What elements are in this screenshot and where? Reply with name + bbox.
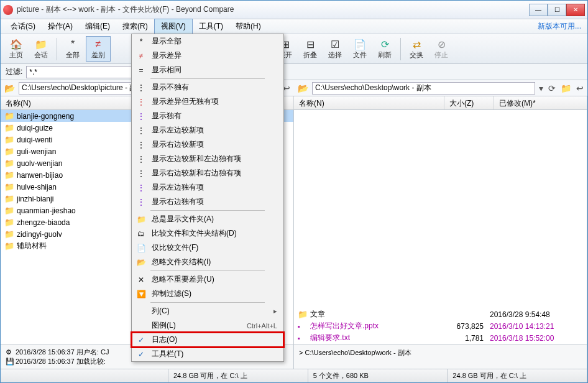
list-item[interactable]: 📁文章2016/3/28 9:54:48 — [294, 308, 587, 320]
file-name: 编辑要求.txt — [310, 333, 446, 343]
menu-item-label: 显示右边较新项 — [152, 139, 204, 150]
diff-icon: ≠ — [92, 38, 104, 50]
menu-item[interactable]: ⋮显示左边独有项 — [132, 180, 283, 195]
menu-item-icon: ✓ — [136, 350, 147, 359]
menu-item-icon: ≠ — [136, 52, 147, 60]
menu-edit[interactable]: 编辑(E) — [79, 19, 116, 34]
select-icon: ☑ — [329, 38, 341, 50]
folder-browse-icon[interactable]: 📂 — [296, 83, 310, 93]
menu-actions[interactable]: 操作(A) — [42, 19, 79, 34]
menu-item-icon: ⋮ — [136, 169, 147, 178]
folder-icon: 📁 — [4, 206, 13, 215]
menu-item[interactable]: ⋮显示差异但无独有项 — [132, 95, 283, 109]
menu-item-icon: ⋮ — [136, 112, 147, 121]
folder-icon: 📁 — [4, 182, 13, 192]
collapse-button[interactable]: ⊟折叠 — [298, 37, 322, 61]
menu-item[interactable]: ⋮显示右边较新项 — [132, 137, 283, 152]
home-icon: 🏠 — [10, 38, 22, 50]
menu-item[interactable]: ⋮显示右边独有项 — [132, 195, 283, 209]
menu-item-icon: * — [136, 37, 147, 46]
refresh-button[interactable]: ⟳刷新 — [373, 37, 397, 61]
menu-item-label: 显示左边较新项 — [152, 125, 204, 136]
menu-item-label: 显示右边独有项 — [152, 196, 204, 207]
menu-item[interactable]: 🔽抑制过滤(S) — [132, 287, 283, 301]
menu-item[interactable]: ⋮显示独有 — [132, 109, 283, 123]
path-pane-right: 📂 ▾ ⟳ 📁 ↩ — [294, 80, 587, 96]
menu-item-label: 显示左边较新和左边独有项 — [152, 154, 241, 164]
open-icon[interactable]: 📁 — [559, 83, 572, 93]
menu-item-label: 工具栏(T) — [152, 349, 183, 359]
menu-item[interactable]: ✓日志(O) — [132, 333, 283, 347]
menu-item[interactable]: ✕忽略不重要差异(U) — [132, 272, 283, 287]
menu-item[interactable]: ✓工具栏(T) — [132, 347, 283, 361]
folder-icon: 📁 — [298, 310, 306, 319]
col-name-right[interactable]: 名称(N) — [294, 96, 444, 109]
menu-item-icon: ⋮ — [136, 198, 147, 206]
swap-button[interactable]: ⇄交换 — [405, 37, 428, 61]
menu-item-icon: 📂 — [136, 258, 147, 267]
menu-item[interactable]: 列(C)▸ — [132, 304, 283, 318]
folder-browse-icon[interactable]: 📂 — [3, 83, 16, 93]
col-size-right[interactable]: 大小(Z) — [444, 96, 494, 109]
diff-button[interactable]: ≠差别 — [86, 36, 111, 62]
menu-item[interactable]: 🗂比较文件和文件夹结构(D) — [132, 226, 283, 241]
menu-item[interactable]: 图例(L)Ctrl+Alt+L — [132, 318, 283, 333]
menu-item-icon: ⋮ — [136, 126, 147, 135]
col-modified-right[interactable]: 已修改(M)* — [494, 96, 587, 109]
menu-item-icon: 📄 — [136, 244, 147, 252]
menu-item-label: 显示右边较新和右边独有项 — [152, 168, 241, 178]
menu-item[interactable]: ⋮显示左边较新和左边独有项 — [132, 152, 283, 166]
menu-item-label: 显示独有 — [152, 111, 181, 121]
menu-item-icon: ⋮ — [136, 155, 147, 164]
menu-item-label: 抑制过滤(S) — [152, 288, 191, 299]
filter-input[interactable] — [26, 66, 138, 78]
home-button[interactable]: 🏠主页 — [4, 37, 28, 61]
menu-item[interactable]: 📄仅比较文件(F) — [132, 241, 283, 255]
minimize-button[interactable]: — — [529, 4, 548, 16]
list-item[interactable]: ▪编辑要求.txt1,7812016/3/18 15:52:00 — [294, 332, 587, 344]
select-button[interactable]: ☑选择 — [323, 37, 347, 61]
maximize-button[interactable]: ☐ — [548, 4, 566, 16]
menu-view[interactable]: 视图(V) — [154, 19, 193, 34]
menu-help[interactable]: 帮助(H) — [229, 19, 267, 34]
menu-item[interactable]: 📂忽略文件夹结构(I) — [132, 255, 283, 269]
file-panels: 📁bianjie-gongneng📁duiqi-guize📁duiqi-went… — [1, 110, 587, 344]
gear-icon: ⚙ — [6, 348, 16, 356]
folder-icon: 📁 — [4, 170, 13, 180]
session-button[interactable]: 📁会话 — [29, 37, 53, 61]
menu-session[interactable]: 会话(S) — [4, 19, 42, 34]
file-date: 2016/3/10 14:13:21 — [490, 322, 583, 331]
menu-item[interactable]: ⋮显示右边较新和右边独有项 — [132, 166, 283, 180]
menu-item[interactable]: =显示相同 — [132, 63, 283, 77]
menu-item-label: 显示相同 — [152, 65, 181, 75]
file-name: 怎样写出好文章.pptx — [310, 321, 446, 331]
filter-bar: 过滤: — [1, 64, 587, 80]
close-button[interactable]: ✕ — [566, 4, 585, 16]
menu-item[interactable]: ≠显示差异 — [132, 48, 283, 63]
menu-item-icon: ✕ — [136, 275, 147, 284]
all-button[interactable]: *全部 — [61, 37, 85, 61]
menu-search[interactable]: 搜索(R) — [116, 19, 154, 34]
path-input-right[interactable] — [312, 82, 535, 95]
up-icon[interactable]: ↩ — [575, 83, 585, 93]
file-icon: ▪ — [298, 335, 306, 342]
stop-button[interactable]: ⊘停止 — [430, 37, 453, 61]
files-icon: 📄 — [354, 38, 366, 50]
history-icon[interactable]: ⟳ — [547, 83, 557, 93]
menu-tools[interactable]: 工具(T) — [193, 19, 229, 34]
list-item[interactable]: ▪怎样写出好文章.pptx673,8252016/3/10 14:13:21 — [294, 320, 587, 332]
file-name: 文章 — [310, 309, 446, 320]
menu-item-label: 显示差异但无独有项 — [152, 96, 219, 107]
file-list-right[interactable]: 📁文章2016/3/28 9:54:48▪怎样写出好文章.pptx673,825… — [294, 110, 587, 344]
folder-icon: 📁 — [4, 194, 13, 203]
menu-item[interactable]: *显示全部 — [132, 34, 283, 48]
menu-item[interactable]: 📁总是显示文件夹(A) — [132, 212, 283, 226]
menu-item[interactable]: ⋮显示不独有 — [132, 80, 283, 95]
menu-separator — [150, 210, 265, 211]
menu-item[interactable]: ⋮显示左边较新项 — [132, 123, 283, 137]
update-link[interactable]: 新版本可用... — [538, 21, 581, 32]
dropdown-icon[interactable]: ▾ — [538, 83, 544, 93]
view-menu-dropdown[interactable]: *显示全部≠显示差异=显示相同⋮显示不独有⋮显示差异但无独有项⋮显示独有⋮显示左… — [131, 34, 284, 362]
menu-item-label: 总是显示文件夹(A) — [152, 214, 214, 224]
files-button[interactable]: 📄文件 — [348, 37, 372, 61]
